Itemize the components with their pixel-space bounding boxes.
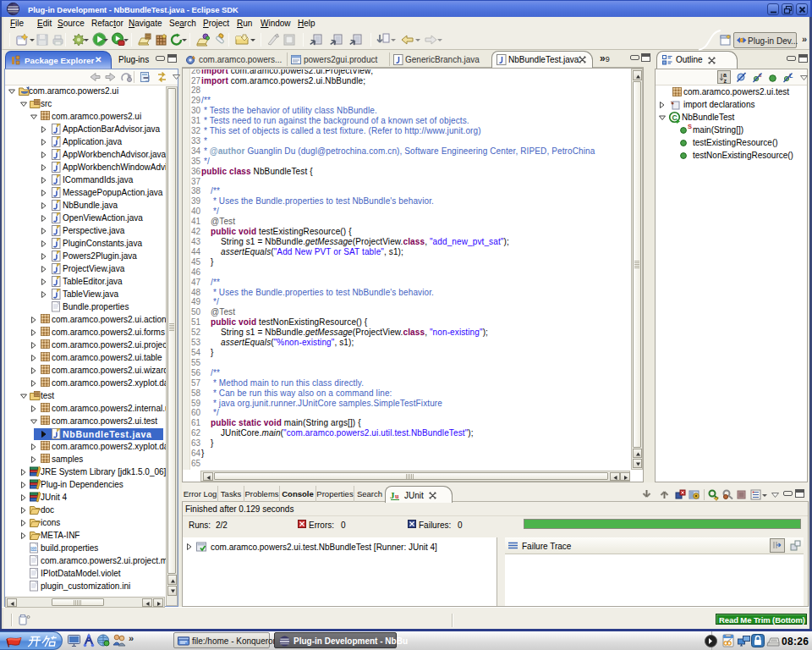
svg-text:a: a <box>723 72 727 78</box>
svg-text:C: C <box>672 113 678 122</box>
svg-text:u: u <box>395 493 399 500</box>
svg-text:z: z <box>724 78 727 84</box>
